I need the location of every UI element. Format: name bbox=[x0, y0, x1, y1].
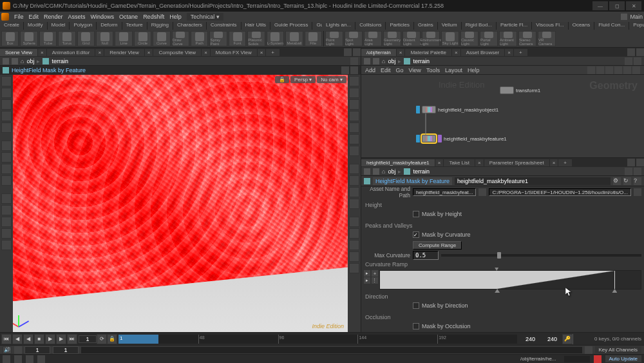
tab-params[interactable]: heightfield_maskbyfeature1 bbox=[361, 159, 435, 166]
net-menu-add[interactable]: Add bbox=[365, 67, 375, 74]
add-network-tab[interactable]: + bbox=[514, 49, 527, 56]
asset-name-field[interactable]: heightfield_maskbyfeat... bbox=[413, 188, 477, 196]
net-pin-icon[interactable] bbox=[634, 57, 641, 65]
tab-close[interactable]: × bbox=[38, 49, 46, 56]
params-pin-icon[interactable] bbox=[634, 168, 641, 175]
asset-browse-icon[interactable] bbox=[478, 188, 486, 196]
ghost-tool[interactable] bbox=[349, 123, 359, 133]
xray-tool[interactable] bbox=[349, 134, 359, 144]
net-menu-icon[interactable] bbox=[627, 48, 635, 56]
flipbook-tool[interactable] bbox=[1, 228, 12, 239]
shelf-tab[interactable]: Hair Utils bbox=[242, 22, 270, 30]
params-max-icon[interactable] bbox=[636, 159, 644, 166]
status-icon-2[interactable] bbox=[14, 355, 22, 363]
net-menu-layout[interactable]: Layout bbox=[445, 67, 462, 74]
status-icon-1[interactable] bbox=[3, 355, 10, 363]
max-curvature-slider[interactable] bbox=[441, 254, 641, 257]
shelf-button[interactable]: Sky Light bbox=[441, 31, 459, 46]
net-fwd-icon[interactable] bbox=[373, 58, 379, 64]
menu-windows[interactable]: Windows bbox=[91, 14, 115, 20]
vp-lock-icon[interactable]: 🔒 bbox=[275, 76, 289, 83]
vp-collapse-icon[interactable] bbox=[350, 66, 358, 74]
tab-material-palette[interactable]: Material Palette bbox=[405, 49, 451, 56]
params-menu-icon[interactable] bbox=[627, 159, 635, 166]
snap-grid-tool[interactable] bbox=[1, 141, 12, 151]
shelf-button[interactable]: VR Camera bbox=[538, 31, 556, 46]
vp-corner-icon[interactable] bbox=[341, 66, 349, 74]
net-tool-1[interactable] bbox=[587, 66, 595, 74]
params-path-terrain[interactable]: terrain bbox=[413, 168, 430, 175]
shelf-toggle-icon[interactable] bbox=[621, 14, 627, 20]
global-anim-icon[interactable] bbox=[14, 346, 22, 354]
vp-camera-dropdown[interactable]: No cam ▾ bbox=[317, 76, 346, 83]
node-maskbyobject[interactable]: heightfield_maskbyobject1 bbox=[416, 106, 498, 113]
net-tool-3[interactable] bbox=[605, 66, 613, 74]
shelf-button[interactable]: Area Light bbox=[364, 31, 382, 46]
normal-display-tool[interactable] bbox=[349, 175, 359, 186]
menu-render[interactable]: Render bbox=[44, 14, 63, 20]
pin-icon[interactable] bbox=[350, 57, 358, 65]
back-icon[interactable] bbox=[3, 58, 9, 64]
shelf-tab[interactable]: Modify bbox=[24, 22, 48, 30]
menu-edit[interactable]: Edit bbox=[29, 14, 39, 20]
prev-frame-button[interactable]: ◀ bbox=[12, 334, 23, 344]
tab-param-spreadsheet[interactable]: Parameter Spreadsheet bbox=[484, 159, 549, 166]
play-backward-button[interactable]: ◀ bbox=[23, 334, 33, 344]
net-tool-6[interactable] bbox=[632, 66, 640, 74]
net-menu-edit[interactable]: Edit bbox=[381, 67, 391, 74]
compute-range-button[interactable]: Compute Range bbox=[413, 241, 462, 250]
shelf-button[interactable]: Line bbox=[115, 31, 132, 46]
params-back-icon[interactable] bbox=[364, 168, 370, 175]
point-display-tool[interactable] bbox=[349, 164, 359, 174]
audio-icon[interactable]: 🔊 bbox=[3, 346, 12, 354]
status-icon-3[interactable] bbox=[26, 355, 33, 363]
net-max-icon[interactable] bbox=[636, 48, 644, 56]
desktop-dropdown[interactable]: Technical ▾ bbox=[187, 13, 223, 21]
point-num-tool[interactable] bbox=[349, 199, 359, 209]
scale-tool[interactable] bbox=[1, 111, 12, 121]
net-path-terrain[interactable]: terrain bbox=[413, 58, 430, 64]
safe-area-tool[interactable] bbox=[349, 251, 359, 262]
snap-prim-tool[interactable] bbox=[1, 152, 12, 162]
shelf-tab[interactable]: Guide Brushes bbox=[312, 22, 322, 30]
mask-by-occlusion-checkbox[interactable] bbox=[413, 323, 419, 329]
params-house-icon[interactable]: ⌂ bbox=[382, 168, 385, 175]
menu-file[interactable]: File bbox=[14, 14, 24, 20]
render-flag[interactable] bbox=[438, 135, 442, 142]
net-menu-help[interactable]: Help bbox=[468, 67, 480, 74]
shelf-tab[interactable]: Populate C... bbox=[629, 22, 644, 30]
pane-menu-icon[interactable] bbox=[344, 48, 352, 56]
frame-field[interactable] bbox=[53, 346, 79, 354]
mask-by-curvature-checkbox[interactable] bbox=[413, 231, 419, 238]
shading-tool[interactable] bbox=[349, 88, 359, 98]
display-flag[interactable] bbox=[416, 135, 420, 142]
path-obj[interactable]: obj bbox=[26, 58, 34, 64]
net-menu-view[interactable]: View bbox=[409, 67, 421, 74]
ramp-opts-icon[interactable]: ⋮ bbox=[372, 277, 378, 284]
shelf-button[interactable]: Spot Light bbox=[345, 31, 363, 46]
shelf-button[interactable]: Environment Light bbox=[422, 31, 440, 46]
max-curvature-input[interactable] bbox=[413, 251, 439, 260]
ramp-expand2-icon[interactable]: ▸ bbox=[364, 277, 370, 284]
shelf-tab[interactable]: Polygon bbox=[70, 22, 97, 30]
auto-update-dropdown[interactable]: Auto Update bbox=[605, 355, 641, 362]
shelf-tab[interactable]: Guide Process bbox=[270, 22, 312, 30]
tab-motionfx-view[interactable]: Motion FX View bbox=[211, 49, 257, 56]
path-house-icon[interactable]: ⌂ bbox=[21, 58, 24, 64]
net-back-icon[interactable] bbox=[364, 58, 370, 64]
channel-track[interactable] bbox=[81, 347, 582, 353]
prim-num-tool[interactable] bbox=[349, 187, 359, 197]
shelf-tab[interactable]: Particle Fl... bbox=[497, 22, 532, 30]
vp-persp-dropdown[interactable]: Persp ▾ bbox=[290, 76, 316, 83]
add-params-tab[interactable]: + bbox=[558, 159, 572, 166]
net-tool-2[interactable] bbox=[596, 66, 604, 74]
add-tab[interactable]: + bbox=[266, 49, 279, 56]
shelf-tab[interactable]: Vellum bbox=[438, 22, 462, 30]
reload-icon[interactable]: ↻ bbox=[623, 177, 631, 185]
tab-asset-browser[interactable]: Asset Browser bbox=[461, 49, 505, 56]
menu-assets[interactable]: Assets bbox=[68, 14, 86, 20]
net-find-icon[interactable] bbox=[625, 57, 632, 65]
shelf-button[interactable]: Platonic Solids bbox=[247, 31, 265, 46]
fwd-icon[interactable] bbox=[12, 58, 18, 64]
timeline-track[interactable]: 1 48 96 144 192 bbox=[118, 335, 517, 344]
